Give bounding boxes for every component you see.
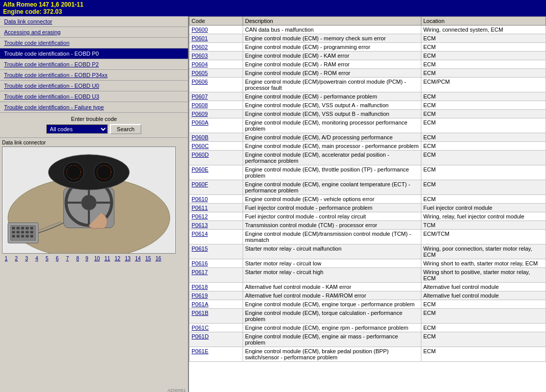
cell-code[interactable]: P0601: [189, 34, 243, 43]
cell-code[interactable]: P061D: [189, 332, 243, 347]
table-row: P0603Engine control module (ECM) - KAM e…: [189, 52, 546, 60]
cell-location: ECM: [421, 151, 545, 165]
table-row: P060FEngine control module (ECM), engine…: [189, 180, 546, 195]
nav-item-data-link[interactable]: Data link connector: [0, 16, 188, 27]
svg-rect-16: [12, 227, 15, 229]
nav-item-eobd-p0[interactable]: Trouble code identification - EOBD P0: [0, 48, 188, 59]
cell-code[interactable]: P061A: [189, 300, 243, 309]
cell-code[interactable]: P0611: [189, 204, 243, 212]
table-row: P061EEngine control module (ECM), brake …: [189, 347, 546, 362]
table-row: P061DEngine control module (ECM), engine…: [189, 332, 546, 347]
diagram-area: Data link connector: [0, 138, 188, 392]
table-row: P061BEngine control module (ECM), torque…: [189, 309, 546, 324]
cell-location: ECM: [421, 34, 545, 43]
cell-location: Alternative fuel control module: [421, 283, 545, 291]
cell-code[interactable]: P0605: [189, 69, 243, 78]
cell-code[interactable]: P060D: [189, 151, 243, 165]
cell-code[interactable]: P060B: [189, 133, 243, 142]
connector-num[interactable]: 9: [83, 256, 91, 261]
cell-code[interactable]: P0610: [189, 195, 243, 204]
cell-location: ECM: [421, 101, 545, 110]
table-row: P0615Starter motor relay - circuit malfu…: [189, 244, 546, 259]
right-panel[interactable]: Code Description Location P0600CAN data …: [189, 16, 546, 392]
cell-code[interactable]: P0617: [189, 268, 243, 283]
cell-code[interactable]: P060E: [189, 165, 243, 180]
cell-code[interactable]: P0600: [189, 26, 243, 34]
cell-code[interactable]: P0603: [189, 52, 243, 60]
search-button[interactable]: Search: [110, 124, 142, 134]
connector-num[interactable]: 2: [12, 256, 20, 261]
connector-num[interactable]: 15: [144, 256, 152, 261]
cell-code[interactable]: P061B: [189, 309, 243, 324]
connector-num[interactable]: 4: [33, 256, 41, 261]
table-row: P0612Fuel injector control module - cont…: [189, 212, 546, 221]
connector-num[interactable]: 7: [63, 256, 72, 261]
cell-desc: Engine control module (ECM) - vehicle op…: [243, 195, 421, 204]
cell-code[interactable]: P060F: [189, 180, 243, 195]
nav-item-trouble-id[interactable]: Trouble code identification: [0, 38, 188, 48]
cell-code[interactable]: P0614: [189, 230, 243, 244]
cell-location: ECM: [421, 347, 545, 362]
nav-item-accessing[interactable]: Accessing and erasing: [0, 27, 188, 38]
cell-desc: Engine control module (ECM), main proces…: [243, 142, 421, 151]
cell-code[interactable]: P0608: [189, 101, 243, 110]
connector-num[interactable]: 5: [43, 256, 51, 261]
connector-num[interactable]: 1: [2, 256, 10, 261]
cell-desc: Engine control module (ECM) - performanc…: [243, 92, 421, 101]
connector-num[interactable]: 6: [53, 256, 61, 261]
nav-item-failure-type[interactable]: Trouble code identification - Failure ty…: [0, 102, 188, 113]
cell-desc: Engine control module (ECM), torque calc…: [243, 309, 421, 324]
connector-num[interactable]: 13: [124, 256, 132, 261]
cell-desc: Engine control module (ECM), A/D process…: [243, 133, 421, 142]
cell-location: TCM: [421, 221, 545, 230]
table-row: P0607Engine control module (ECM) - perfo…: [189, 92, 546, 101]
cell-location: ECM/TCM: [421, 230, 545, 244]
cell-location: ECM: [421, 165, 545, 180]
table-body: P0600CAN data bus - malfunctionWiring, c…: [189, 26, 546, 362]
svg-rect-22: [16, 231, 19, 233]
connector-num[interactable]: 3: [22, 256, 31, 261]
cell-code[interactable]: P0604: [189, 60, 243, 69]
cell-desc: Engine control module (ECM), engine air …: [243, 332, 421, 347]
connector-num[interactable]: 12: [113, 256, 122, 261]
cell-code[interactable]: P0612: [189, 212, 243, 221]
cell-desc: Fuel injector control module - control r…: [243, 212, 421, 221]
connector-num[interactable]: 8: [74, 256, 82, 261]
cell-code[interactable]: P0606: [189, 78, 243, 92]
cell-desc: Engine control module (ECM) - ROM error: [243, 69, 421, 78]
nav-item-eobd-u3[interactable]: Trouble code identification - EOBD U3: [0, 91, 188, 102]
cell-code[interactable]: P0616: [189, 259, 243, 268]
nav-item-eobd-u0[interactable]: Trouble code identification - EOBD U0: [0, 81, 188, 91]
code-select[interactable]: All codes: [46, 125, 108, 134]
cell-location: ECM: [421, 60, 545, 69]
cell-code[interactable]: P0619: [189, 291, 243, 300]
svg-rect-26: [12, 235, 15, 237]
cell-code[interactable]: P061E: [189, 347, 243, 362]
table-row: P0614Engine control module (ECM)/transmi…: [189, 230, 546, 244]
connector-numbers: 12345678910111213141516: [2, 256, 186, 261]
cell-code[interactable]: P0607: [189, 92, 243, 101]
nav-item-eobd-p2[interactable]: Trouble code identification - EOBD P2: [0, 59, 188, 70]
nav-item-eobd-p34xx[interactable]: Trouble code identification - EOBD P34xx: [0, 70, 188, 81]
connector-num[interactable]: 16: [154, 256, 162, 261]
table-row: P0618Alternative fuel control module - K…: [189, 283, 546, 291]
cell-code[interactable]: P060C: [189, 142, 243, 151]
table-row: P0601Engine control module (ECM) - memor…: [189, 34, 546, 43]
cell-code[interactable]: P0602: [189, 43, 243, 52]
table-row: P060BEngine control module (ECM), A/D pr…: [189, 133, 546, 142]
cell-location: ECM: [421, 69, 545, 78]
connector-num[interactable]: 14: [134, 256, 142, 261]
connector-num[interactable]: 11: [103, 256, 111, 261]
cell-code[interactable]: P061C: [189, 324, 243, 332]
cell-code[interactable]: P0609: [189, 110, 243, 118]
cell-code[interactable]: P060A: [189, 118, 243, 133]
trouble-codes-table: Code Description Location P0600CAN data …: [189, 16, 546, 362]
cell-location: Wiring, poor connection, starter motor r…: [421, 244, 545, 259]
cell-code[interactable]: P0618: [189, 283, 243, 291]
cell-location: ECM/PCM: [421, 78, 545, 92]
connector-num[interactable]: 10: [93, 256, 101, 261]
svg-rect-20: [30, 227, 33, 229]
table-row: P0605Engine control module (ECM) - ROM e…: [189, 69, 546, 78]
cell-code[interactable]: P0615: [189, 244, 243, 259]
cell-code[interactable]: P0613: [189, 221, 243, 230]
